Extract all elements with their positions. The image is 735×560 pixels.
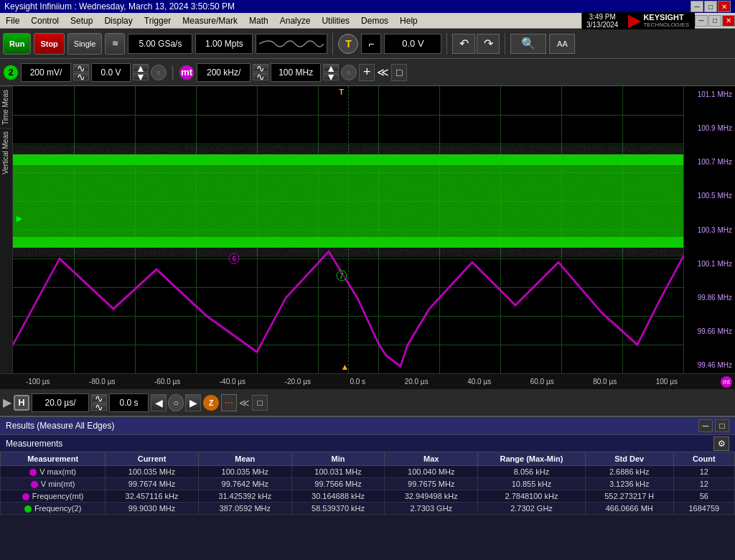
- zoom-button[interactable]: 🔍: [510, 34, 546, 54]
- cell-stddev-2: 552.273217 H: [585, 490, 673, 503]
- table-row: Frequency(2) 99.9030 MHz 387.0592 MHz 58…: [1, 503, 735, 515]
- time-tick-9: 80.0 µs: [593, 378, 617, 386]
- mt-indicator[interactable]: mt: [179, 65, 195, 80]
- memory-depth-input[interactable]: 1.00 Mpts: [195, 34, 253, 54]
- separator-2: [446, 33, 447, 55]
- channel-2-indicator[interactable]: 2: [3, 65, 19, 80]
- pos-center[interactable]: ○: [168, 394, 184, 411]
- menu-close-btn[interactable]: ✕: [722, 15, 735, 27]
- col-count: Count: [673, 452, 734, 466]
- menu-maximize-btn[interactable]: □: [708, 15, 721, 27]
- close-button[interactable]: ✕: [718, 1, 731, 12]
- channel-bar: 2 200 mV/ ∿ ∿ 0.0 V ▲ ▼ ○ | mt 200 kHz/ …: [0, 59, 735, 86]
- menu-file[interactable]: File: [0, 13, 25, 28]
- measurements-settings-btn[interactable]: ⚙: [713, 437, 729, 451]
- ch7-marker: 7: [336, 271, 347, 281]
- time-tick-10: 100 µs: [656, 378, 678, 386]
- chevron-left-btn[interactable]: ≪: [239, 397, 250, 409]
- results-panel: Results (Measure All Edges) ─ □ Measurem…: [0, 416, 735, 515]
- menu-setup[interactable]: Setup: [65, 13, 98, 28]
- menu-control[interactable]: Control: [25, 13, 65, 28]
- pos-next[interactable]: ▶: [185, 394, 201, 411]
- position-input[interactable]: 0.0 s: [109, 393, 149, 412]
- time-tick-3: -40.0 µs: [220, 378, 245, 386]
- menu-help[interactable]: Help: [394, 13, 423, 28]
- redo-button[interactable]: ↷: [477, 34, 500, 54]
- ch2-offset-input[interactable]: 0.0 V: [91, 63, 131, 82]
- menu-minimize-btn[interactable]: ─: [695, 15, 708, 27]
- minimize-button[interactable]: ─: [690, 1, 703, 12]
- mt-wave-down[interactable]: ∿: [253, 73, 268, 80]
- square-mode-btn[interactable]: □: [252, 395, 268, 411]
- ch2-offset-down[interactable]: ▼: [133, 73, 149, 80]
- sample-rate-input[interactable]: 5.00 GSa/s: [128, 34, 192, 54]
- results-header: Results (Measure All Edges) ─ □: [0, 417, 735, 434]
- cell-current-2: 32.457116 kHz: [106, 490, 199, 503]
- cell-max-1: 99.7675 MHz: [385, 478, 478, 490]
- aa-button[interactable]: AA: [549, 34, 575, 54]
- time-meas-label[interactable]: Time Meas: [0, 86, 12, 128]
- menu-demos[interactable]: Demos: [355, 13, 394, 28]
- menu-trigger[interactable]: Trigger: [139, 13, 177, 28]
- col-stddev: Std Dev: [585, 452, 673, 466]
- col-range: Range (Max-Min): [478, 452, 586, 466]
- stop-button[interactable]: Stop: [34, 33, 64, 55]
- channel-chevron-left[interactable]: ≪: [377, 65, 389, 79]
- freq-label-5: 100.1 MHz: [687, 260, 732, 268]
- results-expand-btn[interactable]: □: [715, 419, 729, 432]
- pos-prev[interactable]: ◀: [151, 394, 167, 411]
- acq-mode-button[interactable]: ≋: [105, 33, 125, 55]
- mt-bw-input[interactable]: 100 MHz: [271, 63, 321, 82]
- maximize-button[interactable]: □: [704, 1, 717, 12]
- trigger-level-input[interactable]: 0.0 V: [384, 34, 441, 54]
- separator-3: [505, 33, 505, 55]
- ch2-offset-btns: ▲ ▼: [133, 64, 149, 80]
- dots-button[interactable]: ⋯: [221, 394, 237, 411]
- measurements-table: Measurement Current Mean Min Max Range (…: [0, 452, 735, 515]
- cell-mean-0: 100.035 MHz: [198, 466, 291, 478]
- undo-button[interactable]: ↶: [452, 34, 475, 54]
- title-bar: Keysight Infiniium : Wednesday, March 13…: [0, 0, 735, 13]
- cell-stddev-1: 3.1236 kHz: [585, 478, 673, 490]
- vertical-meas-label[interactable]: Vertical Meas: [0, 128, 12, 177]
- single-button[interactable]: Single: [67, 33, 103, 55]
- menu-analyze[interactable]: Analyze: [274, 13, 317, 28]
- scope-display[interactable]: T ► 7 6 ▲: [13, 86, 683, 373]
- menu-math[interactable]: Math: [243, 13, 274, 28]
- timebase-wave-down[interactable]: ∿: [91, 403, 107, 411]
- timebase-input[interactable]: 20.0 µs/: [32, 393, 89, 412]
- add-channel-button[interactable]: +: [359, 64, 375, 81]
- waveform-svg: [259, 35, 324, 52]
- results-minimize-btn[interactable]: ─: [698, 419, 713, 432]
- table-row: V max(mt) 100.035 MHz 100.035 MHz 100.03…: [1, 466, 735, 478]
- waveform-area: T ► 7 6 ▲: [13, 86, 683, 373]
- collapse-left-btn[interactable]: ▶: [3, 396, 11, 409]
- results-title: Results (Measure All Edges): [6, 421, 114, 431]
- run-button[interactable]: Run: [3, 33, 31, 55]
- ch2-wave-down[interactable]: ∿: [73, 73, 89, 80]
- mt-bw-down[interactable]: ▼: [323, 73, 339, 80]
- trigger-slope-button[interactable]: ⌐: [361, 34, 381, 54]
- channel-separator: |: [171, 64, 174, 80]
- cell-name-3: Frequency(2): [1, 503, 106, 515]
- menu-utilities[interactable]: Utilities: [316, 13, 355, 28]
- cell-range-2: 2.7848100 kHz: [478, 490, 586, 503]
- toolbar: Run Stop Single ≋ 5.00 GSa/s 1.00 Mpts T…: [0, 29, 735, 59]
- cell-current-0: 100.035 MHz: [106, 466, 199, 478]
- cell-mean-3: 387.0592 MHz: [198, 503, 291, 515]
- cell-mean-1: 99.7642 MHz: [198, 478, 291, 490]
- menu-display[interactable]: Display: [98, 13, 138, 28]
- channel-square-btn[interactable]: □: [391, 64, 407, 81]
- separator-1: [332, 33, 333, 55]
- trigger-type-button[interactable]: T: [338, 34, 358, 54]
- cell-stddev-0: 2.6886 kHz: [585, 466, 673, 478]
- menu-measure-mark[interactable]: Measure/Mark: [177, 13, 243, 28]
- ch2-scale-input[interactable]: 200 mV/: [21, 63, 71, 82]
- col-mean: Mean: [198, 452, 291, 466]
- col-current: Current: [106, 452, 199, 466]
- measurements-table-body: V max(mt) 100.035 MHz 100.035 MHz 100.03…: [1, 466, 735, 515]
- cell-min-2: 30.164688 kHz: [291, 490, 385, 503]
- mt-scale-input[interactable]: 200 kHz/: [197, 63, 251, 82]
- time-tick-8: 60.0 µs: [530, 378, 554, 386]
- menubar-right: 3:49 PM 3/13/2024 ▶ KEYSIGHT TECHNOLOGIE…: [581, 12, 735, 29]
